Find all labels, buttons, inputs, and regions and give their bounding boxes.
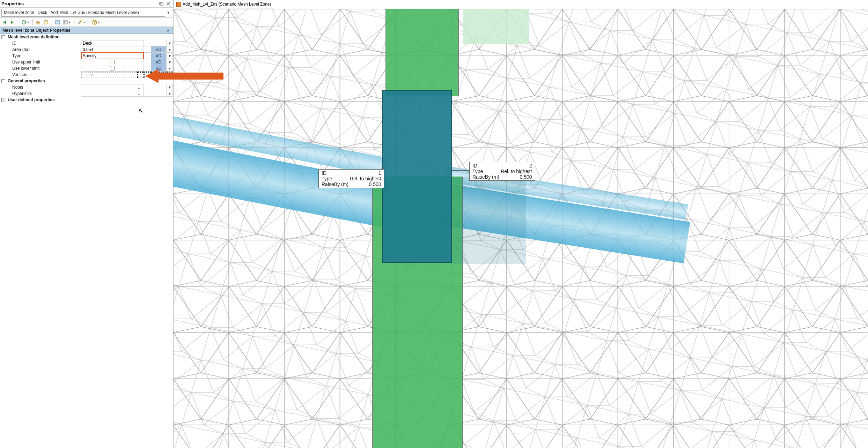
tag-id [151, 40, 167, 46]
collapse-icon[interactable]: − [1, 79, 5, 83]
label-use-lower: Use lower limit [5, 65, 81, 72]
value-use-lower[interactable] [81, 65, 144, 72]
value-use-upper[interactable] [81, 59, 144, 65]
dropdown-use-upper[interactable]: ▾ [167, 59, 173, 65]
expand-icon[interactable]: + [1, 98, 5, 102]
checkbox-use-upper[interactable] [110, 60, 115, 64]
green-zone-top [385, 9, 459, 96]
deck-polygon[interactable] [382, 90, 452, 263]
table-icon[interactable] [54, 19, 61, 25]
label-use-upper: Use upper limit [5, 59, 81, 65]
vertices-ellipsis-button[interactable]: … [137, 72, 144, 78]
nav-forward-icon[interactable] [9, 19, 15, 25]
label-vertices: Vertices [5, 72, 81, 78]
nav-back-icon[interactable] [1, 19, 8, 25]
dropdown-use-lower[interactable]: ▾ [167, 65, 173, 72]
map-canvas[interactable]: ID1 TypeRel. to highest RaiseBy (m)0.500… [173, 9, 868, 448]
svg-marker-4 [3, 21, 6, 24]
row-id: ID Deck ▾ [0, 40, 173, 46]
svg-text:?: ? [93, 20, 96, 25]
help-icon[interactable]: ? [91, 19, 98, 25]
section-header-label: Mesh level zone Object Properties [2, 28, 71, 33]
value-hyperlinks[interactable] [81, 90, 137, 97]
group-user-label: User defined properties [6, 97, 83, 103]
tt1-type-v: Rel. to highest [349, 176, 382, 181]
svg-rect-14 [63, 21, 67, 24]
opt-area [144, 46, 151, 53]
green-zone-fade [463, 9, 529, 44]
tt2-type-v: Rel. to highest [500, 169, 533, 174]
dropdown-hyperlinks[interactable]: ▾ [167, 90, 173, 97]
help-dropdown[interactable]: ▾ [98, 21, 101, 24]
cursor-icon: ↖ [138, 107, 144, 115]
grid-dropdown[interactable]: ▾ [69, 21, 72, 24]
properties-body: − Mesh level zone definition ID Deck ▾ A… [0, 34, 173, 448]
wand-icon[interactable] [77, 19, 83, 25]
refresh-icon[interactable] [21, 19, 27, 25]
map-viewport: Add_Msh_Lvl_Zns (Scenario Mesh Level Zon… [173, 0, 868, 448]
section-close-icon[interactable]: × [165, 28, 171, 33]
label-notes: Notes [5, 84, 81, 90]
svg-rect-10 [45, 20, 47, 21]
annotation-arrow [158, 73, 223, 80]
dropdown-area[interactable]: ▾ [167, 46, 173, 53]
tt1-raise-v: 0.500 [349, 181, 382, 187]
value-id[interactable]: Deck [81, 40, 144, 46]
collapse-icon[interactable]: − [1, 35, 5, 39]
breadcrumb-dropdown[interactable]: Mesh level zone : Deck : Add_Msh_Lvl_Zns… [1, 9, 165, 17]
row-type: Type Specify #D ▾ [0, 53, 173, 59]
leader-line-2 [451, 170, 471, 171]
tt1-type-k: Type [321, 176, 349, 181]
opt-type [144, 53, 151, 59]
breadcrumb-dropdown-arrow[interactable]: ▾ [165, 10, 171, 15]
svg-rect-1 [160, 3, 163, 5]
svg-point-19 [81, 20, 82, 22]
row-area: Area (ha) 0.054 #D ▾ [0, 46, 173, 53]
clipboard-icon[interactable] [43, 19, 49, 25]
feature-label-1: ID1 TypeRel. to highest RaiseBy (m)0.500 [318, 169, 384, 188]
checkbox-use-lower[interactable] [110, 66, 115, 70]
group-user[interactable]: + User defined properties [0, 97, 173, 103]
svg-marker-5 [11, 21, 14, 24]
value-area[interactable]: 0.054 [81, 46, 144, 53]
panel-title: Properties [1, 1, 24, 6]
group-definition[interactable]: − Mesh level zone definition [0, 34, 173, 40]
tt1-id-v: 1 [349, 170, 382, 176]
tt2-raise-v: 0.500 [500, 174, 533, 180]
row-notes: Notes … ▾ [0, 84, 173, 90]
opt-id [144, 40, 151, 46]
wand-dropdown[interactable]: ▾ [83, 21, 86, 24]
panel-restore-icon[interactable] [158, 1, 164, 7]
value-notes[interactable] [81, 84, 137, 90]
deck-shadow [453, 177, 526, 264]
hyperlinks-ellipsis-button[interactable]: … [137, 90, 144, 97]
tt2-id-v: 2 [500, 163, 533, 169]
value-type[interactable]: Specify [81, 53, 144, 59]
panel-titlebar: Properties [0, 0, 173, 8]
tag-type: #D [151, 53, 167, 59]
dropdown-id[interactable]: ▾ [167, 40, 173, 46]
group-definition-label: Mesh level zone definition [6, 34, 83, 40]
opt-notes [144, 84, 151, 90]
tt2-type-k: Type [472, 169, 500, 174]
svg-rect-9 [45, 21, 47, 24]
tt1-raise-k: RaiseBy (m) [321, 181, 349, 187]
dropdown-type[interactable]: ▾ [167, 53, 173, 59]
label-type: Type [5, 53, 81, 59]
panel-close-icon[interactable] [165, 1, 171, 7]
breadcrumb-text: Mesh level zone : Deck : Add_Msh_Lvl_Zns… [4, 10, 139, 15]
section-header: Mesh level zone Object Properties × [0, 27, 173, 34]
feature-label-2: ID2 TypeRel. to highest RaiseBy (m)0.500 [469, 162, 535, 181]
pointer-icon[interactable] [35, 19, 42, 25]
viewport-tab[interactable]: Add_Msh_Lvl_Zns (Scenario Mesh Level Zon… [173, 0, 274, 8]
tt2-id-k: ID [472, 163, 500, 169]
dropdown-notes[interactable]: ▾ [167, 84, 173, 90]
value-vertices[interactable]: -----> [81, 72, 137, 78]
refresh-dropdown[interactable]: ▾ [27, 21, 30, 24]
row-use-upper: Use upper limit #D ▾ [0, 59, 173, 65]
label-area: Area (ha) [5, 46, 81, 53]
tag-use-upper: #D [151, 59, 167, 65]
notes-ellipsis-button[interactable]: … [137, 84, 144, 90]
svg-rect-11 [56, 21, 60, 24]
grid-icon[interactable] [62, 19, 68, 25]
